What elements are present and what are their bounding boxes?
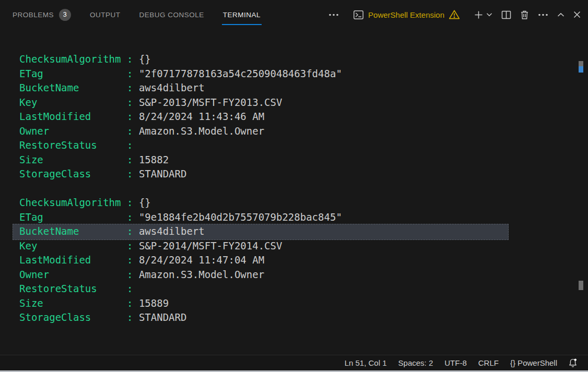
tab-output[interactable]: OUTPUT (90, 0, 121, 29)
chevron-up-icon[interactable] (557, 13, 565, 17)
tab-debug-console[interactable]: DEBUG CONSOLE (139, 0, 204, 29)
property-value: 8/24/2024 11:47:04 AM (139, 254, 264, 266)
separator-colon: : (127, 283, 139, 294)
more-actions-icon[interactable] (538, 14, 548, 16)
blank-line (19, 325, 588, 340)
warning-icon (449, 9, 460, 20)
tab-problems-label: PROBLEMS (13, 11, 54, 19)
property-name: StorageClass (19, 167, 127, 182)
terminal-output: ChecksumAlgorithm: {}ETag: "2f0717787816… (19, 52, 588, 325)
separator-colon: : (127, 53, 139, 65)
separator-colon: : (127, 240, 139, 251)
separator-colon: : (127, 125, 139, 137)
tab-terminal-label: TERMINAL (223, 11, 261, 19)
output-row: StorageClass: STANDARD (19, 310, 588, 325)
separator-colon: : (127, 297, 139, 309)
terminal-profile-label: PowerShell Extension (368, 10, 444, 19)
output-row: ChecksumAlgorithm: {} (19, 52, 588, 67)
property-name: Size (19, 296, 127, 311)
property-name: BucketName (19, 224, 127, 239)
separator-colon: : (127, 154, 139, 165)
output-row: RestoreStatus: (19, 138, 588, 153)
output-row: StorageClass: STANDARD (19, 167, 588, 182)
split-terminal-icon[interactable] (501, 10, 511, 19)
separator-colon: : (127, 254, 139, 266)
panel-toolbar: PowerShell Extension (328, 9, 581, 20)
property-name: ETag (19, 67, 127, 81)
property-name: Owner (19, 124, 127, 139)
output-row: Size: 15889 (19, 296, 588, 311)
property-name: Key (19, 95, 127, 110)
output-row: ETag: "9e1884fe2b40d2b7557079b228bac845" (19, 210, 588, 225)
property-value: {} (139, 53, 151, 65)
output-row: Key: S&P-2013/MSFT-FY2013.CSV (19, 95, 588, 110)
trash-icon[interactable] (520, 10, 529, 20)
tab-terminal[interactable]: TERMINAL (223, 0, 261, 29)
plus-icon[interactable] (474, 10, 483, 19)
scrollbar-decoration[interactable] (579, 61, 583, 66)
tail-line-text: download files (55, 355, 139, 355)
output-row: BucketName: aws4dilbert (19, 81, 588, 95)
property-name: Size (19, 153, 127, 167)
property-name: BucketName (19, 81, 127, 95)
property-name: RestoreStatus (19, 282, 127, 296)
bell-icon[interactable] (563, 355, 582, 370)
property-value: aws4dilbert (139, 82, 205, 93)
property-value: Amazon.S3.Model.Owner (139, 125, 264, 137)
status-encoding[interactable]: UTF-8 (439, 355, 473, 370)
property-name: StorageClass (19, 310, 127, 325)
tab-debug-console-label: DEBUG CONSOLE (139, 11, 204, 19)
separator-colon: : (127, 211, 139, 223)
new-terminal-group (474, 10, 492, 19)
property-name: RestoreStatus (19, 138, 127, 153)
separator-colon: : (127, 225, 139, 237)
problems-count-badge: 3 (59, 9, 71, 21)
property-name: LastModified (19, 253, 127, 268)
property-value: S&P-2014/MSFT-FY2014.CSV (139, 240, 283, 251)
property-name: ChecksumAlgorithm (19, 52, 127, 67)
chevron-down-icon[interactable] (486, 13, 492, 17)
scrollbar-decoration-active[interactable] (579, 66, 583, 73)
output-row: LastModified: 8/24/2024 11:43:46 AM (19, 110, 588, 124)
property-name: LastModified (19, 110, 127, 124)
property-value: 15882 (139, 154, 169, 165)
property-name: ChecksumAlgorithm (19, 196, 127, 210)
property-value: S&P-2013/MSFT-FY2013.CSV (139, 97, 283, 108)
property-name: ETag (19, 210, 127, 225)
status-cursor-position[interactable]: Ln 51, Col 1 (339, 355, 393, 370)
tab-problems[interactable]: PROBLEMS 3 (13, 0, 71, 29)
close-icon[interactable] (573, 11, 581, 18)
property-value: 15889 (139, 297, 169, 309)
property-value: "2f07177878163a54c2509048463fd48a" (139, 68, 342, 79)
separator-colon: : (127, 311, 139, 323)
output-row: Owner: Amazon.S3.Model.Owner (19, 124, 588, 139)
output-row: Size: 15882 (19, 153, 588, 167)
output-row: Owner: Amazon.S3.Model.Owner (19, 268, 588, 282)
scrollbar-decoration[interactable] (579, 281, 583, 290)
more-views-icon[interactable] (328, 14, 339, 16)
property-value: Amazon.S3.Model.Owner (139, 269, 264, 280)
separator-colon: : (127, 269, 139, 280)
output-row: ETag: "2f07177878163a54c2509048463fd48a" (19, 67, 588, 81)
status-eol[interactable]: CRLF (473, 355, 504, 370)
terminal-icon (353, 9, 364, 20)
terminal-body[interactable]: ChecksumAlgorithm: {}ETag: "2f0717787816… (0, 29, 588, 355)
tab-output-label: OUTPUT (90, 11, 121, 19)
property-value: STANDARD (139, 168, 187, 179)
status-language-mode[interactable]: {} PowerShell (504, 355, 563, 370)
separator-colon: : (127, 111, 139, 122)
separator-colon: : (127, 139, 139, 151)
terminal-profile-tab[interactable]: PowerShell Extension (353, 9, 460, 20)
status-indentation[interactable]: Spaces: 2 (393, 355, 439, 370)
output-row: ChecksumAlgorithm: {} (19, 196, 588, 210)
status-bar: Ln 51, Col 1 Spaces: 2 UTF-8 CRLF {} Pow… (0, 355, 588, 370)
output-row: RestoreStatus: (19, 282, 588, 296)
output-row: Key: S&P-2014/MSFT-FY2014.CSV (19, 239, 588, 254)
property-value: aws4dilbert (139, 225, 205, 237)
panel-tabs: PROBLEMS 3 OUTPUT DEBUG CONSOLE TERMINAL (13, 0, 261, 29)
output-row: LastModified: 8/24/2024 11:47:04 AM (19, 253, 588, 268)
separator-colon: : (127, 68, 139, 79)
blank-line (19, 182, 588, 196)
property-value: STANDARD (139, 311, 187, 323)
separator-colon: : (127, 168, 139, 179)
